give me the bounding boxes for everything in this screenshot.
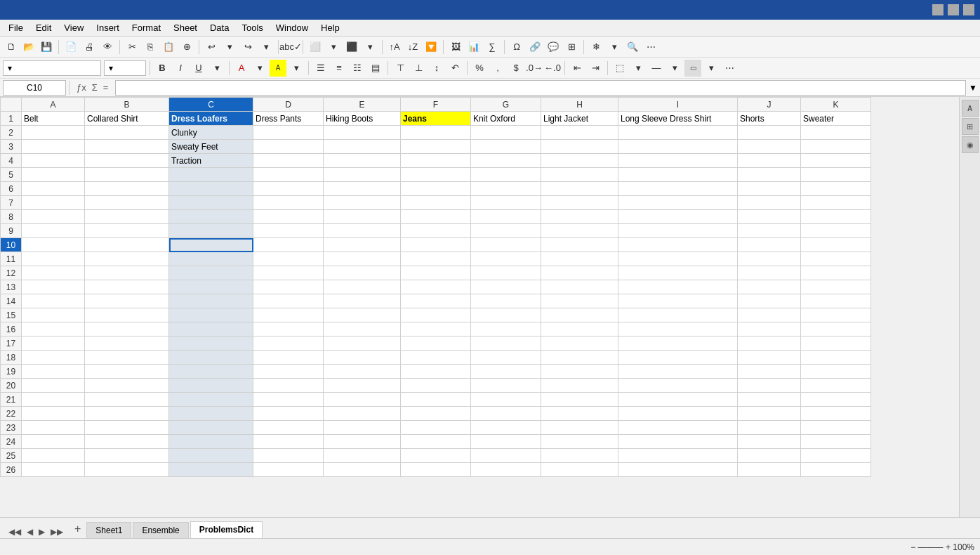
insert-image-button[interactable]: 🖼 xyxy=(447,39,464,56)
col-header-k[interactable]: K xyxy=(801,98,871,112)
cell-D25[interactable] xyxy=(253,449,324,463)
cell-H18[interactable] xyxy=(541,351,618,365)
cell-I4[interactable] xyxy=(618,154,738,168)
cell-I14[interactable] xyxy=(618,294,738,308)
cell-D4[interactable] xyxy=(253,154,324,168)
cell-I16[interactable] xyxy=(618,322,738,337)
cell-G6[interactable] xyxy=(471,182,541,196)
cell-D15[interactable] xyxy=(253,308,324,322)
cell-F8[interactable] xyxy=(401,210,471,224)
cell-H13[interactable] xyxy=(541,280,618,294)
cell-K20[interactable] xyxy=(801,379,871,393)
maximize-button[interactable] xyxy=(948,4,959,15)
valign-bot-button[interactable]: ↕ xyxy=(428,60,445,77)
cell-B7[interactable] xyxy=(85,196,169,210)
cell-H26[interactable] xyxy=(541,463,618,477)
cell-F23[interactable] xyxy=(401,421,471,435)
cell-F21[interactable] xyxy=(401,393,471,407)
export-pdf-button[interactable]: 📄 xyxy=(62,39,79,56)
cell-G7[interactable] xyxy=(471,196,541,210)
cell-H15[interactable] xyxy=(541,308,618,322)
cell-A24[interactable] xyxy=(22,435,85,449)
row-header-18[interactable]: 18 xyxy=(1,351,22,365)
cell-K21[interactable] xyxy=(801,393,871,407)
borders-dd[interactable]: ▾ xyxy=(630,60,647,77)
print-preview-button[interactable]: 👁 xyxy=(99,39,116,56)
text-dir-button[interactable]: ↶ xyxy=(446,60,463,77)
new-button[interactable]: 🗋 xyxy=(3,39,20,56)
cell-K16[interactable] xyxy=(801,322,871,337)
line-style-button[interactable]: ― xyxy=(648,60,665,77)
cell-J14[interactable] xyxy=(738,294,801,308)
cell-G13[interactable] xyxy=(471,280,541,294)
cell-F5[interactable] xyxy=(401,168,471,182)
cell-A23[interactable] xyxy=(22,421,85,435)
cell-K26[interactable] xyxy=(801,463,871,477)
menu-data[interactable]: Data xyxy=(204,21,234,34)
cell-J13[interactable] xyxy=(738,280,801,294)
cell-E8[interactable] xyxy=(324,210,401,224)
cell-C18[interactable] xyxy=(169,351,253,365)
cell-F15[interactable] xyxy=(401,308,471,322)
cell-G4[interactable] xyxy=(471,154,541,168)
cell-E17[interactable] xyxy=(324,337,401,351)
cell-reference-box[interactable]: C10 xyxy=(3,80,66,96)
sidebar-gallery-icon[interactable]: ⊞ xyxy=(962,118,979,135)
sheet-nav-next[interactable]: ▶ xyxy=(36,525,48,538)
insert-chart-button[interactable]: 📊 xyxy=(465,39,482,56)
cell-E2[interactable] xyxy=(324,126,401,140)
cell-H6[interactable] xyxy=(541,182,618,196)
menu-view[interactable]: View xyxy=(58,21,89,34)
cell-I3[interactable] xyxy=(618,140,738,154)
row-header-12[interactable]: 12 xyxy=(1,266,22,280)
cell-K13[interactable] xyxy=(801,280,871,294)
col-header-a[interactable]: A xyxy=(22,98,85,112)
cell-D24[interactable] xyxy=(253,435,324,449)
cell-H19[interactable] xyxy=(541,365,618,379)
cell-G23[interactable] xyxy=(471,421,541,435)
cell-B5[interactable] xyxy=(85,168,169,182)
cell-K14[interactable] xyxy=(801,294,871,308)
cell-C16[interactable] xyxy=(169,322,253,337)
underline-dd[interactable]: ▾ xyxy=(208,60,225,77)
cell-B23[interactable] xyxy=(85,421,169,435)
save-button[interactable]: 💾 xyxy=(38,39,55,56)
cell-F18[interactable] xyxy=(401,351,471,365)
cell-J15[interactable] xyxy=(738,308,801,322)
cell-J19[interactable] xyxy=(738,365,801,379)
cell-A4[interactable] xyxy=(22,154,85,168)
row-header-19[interactable]: 19 xyxy=(1,365,22,379)
cell-E26[interactable] xyxy=(324,463,401,477)
cell-C22[interactable] xyxy=(169,407,253,421)
cell-B8[interactable] xyxy=(85,210,169,224)
borders-button[interactable]: ⬚ xyxy=(611,60,628,77)
cell-A3[interactable] xyxy=(22,140,85,154)
cell-A5[interactable] xyxy=(22,168,85,182)
align-left-button[interactable]: ☰ xyxy=(312,60,329,77)
cell-J18[interactable] xyxy=(738,351,801,365)
valign-mid-button[interactable]: ⊥ xyxy=(410,60,427,77)
cell-C4[interactable]: Traction xyxy=(169,154,253,168)
cell-A22[interactable] xyxy=(22,407,85,421)
cell-I6[interactable] xyxy=(618,182,738,196)
cell-A1[interactable]: Belt xyxy=(22,112,85,126)
cell-H23[interactable] xyxy=(541,421,618,435)
cell-K5[interactable] xyxy=(801,168,871,182)
navigator-button[interactable]: ⊞ xyxy=(563,39,580,56)
sum-button[interactable]: Σ xyxy=(91,81,99,94)
cell-D2[interactable] xyxy=(253,126,324,140)
align-justify-button[interactable]: ▤ xyxy=(367,60,384,77)
cell-I11[interactable] xyxy=(618,252,738,266)
cell-G5[interactable] xyxy=(471,168,541,182)
cell-J16[interactable] xyxy=(738,322,801,337)
cell-A11[interactable] xyxy=(22,252,85,266)
cell-F25[interactable] xyxy=(401,449,471,463)
cell-E25[interactable] xyxy=(324,449,401,463)
cell-D8[interactable] xyxy=(253,210,324,224)
comment-button[interactable]: 💬 xyxy=(545,39,562,56)
cell-G3[interactable] xyxy=(471,140,541,154)
cell-I19[interactable] xyxy=(618,365,738,379)
valign-top-button[interactable]: ⊤ xyxy=(392,60,409,77)
cell-D1[interactable]: Dress Pants xyxy=(253,112,324,126)
cell-A7[interactable] xyxy=(22,196,85,210)
